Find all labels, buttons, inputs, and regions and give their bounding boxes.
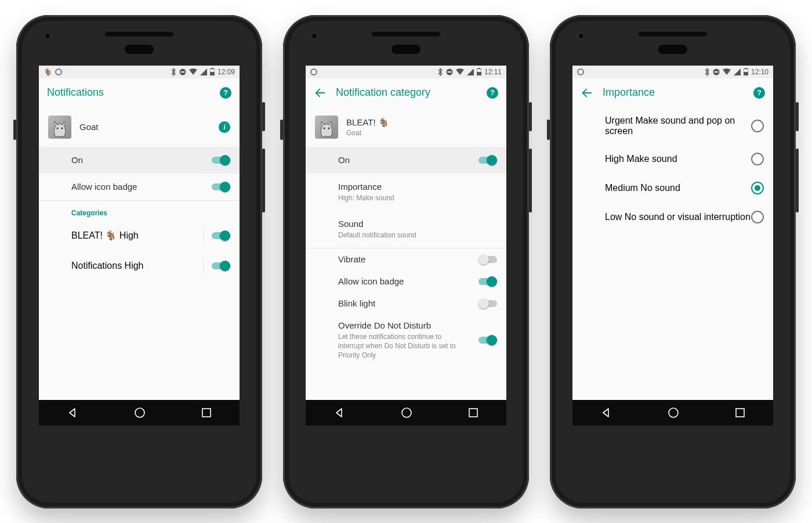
svg-point-23 bbox=[669, 408, 678, 417]
status-circle-icon bbox=[577, 68, 584, 75]
nav-bar bbox=[306, 400, 506, 425]
radio-option-low[interactable]: Low No sound or visual interruption bbox=[572, 203, 773, 232]
channel-sub: Goat bbox=[346, 129, 497, 137]
battery-icon bbox=[210, 68, 215, 75]
phone-frame: 12:10 Importance ? Urgent Make sound and… bbox=[550, 15, 796, 508]
status-time: 12:11 bbox=[484, 68, 502, 76]
svg-point-16 bbox=[402, 408, 411, 417]
radio-option-urgent[interactable]: Urgent Make sound and pop on screen bbox=[572, 107, 773, 145]
option-name: Urgent bbox=[605, 116, 633, 125]
bluetooth-icon bbox=[437, 68, 443, 76]
svg-rect-8 bbox=[202, 409, 211, 417]
svg-point-15 bbox=[328, 127, 330, 129]
svg-point-5 bbox=[57, 127, 59, 129]
app-status-icon: 🐐 bbox=[44, 68, 52, 76]
nav-home-icon[interactable] bbox=[668, 407, 679, 419]
category-sub: High bbox=[125, 261, 144, 270]
nav-recent-icon[interactable] bbox=[202, 408, 211, 417]
page-title: Importance bbox=[603, 86, 744, 99]
screen: 🐐 12:09 Notifications ? bbox=[39, 66, 240, 425]
nav-recent-icon[interactable] bbox=[735, 408, 745, 417]
bluetooth-icon bbox=[171, 68, 176, 76]
nav-recent-icon[interactable] bbox=[469, 408, 478, 417]
badge-label: Allow icon badge bbox=[338, 276, 473, 286]
sound-row[interactable]: Sound Default notification sound bbox=[306, 211, 506, 248]
on-switch[interactable] bbox=[478, 155, 497, 165]
svg-rect-3 bbox=[211, 68, 213, 69]
app-name: Goat bbox=[79, 122, 211, 132]
radio-option-medium[interactable]: Medium No sound bbox=[572, 174, 773, 203]
vibrate-label: Vibrate bbox=[338, 254, 473, 264]
radio-icon bbox=[751, 120, 764, 132]
status-bar: 12:10 bbox=[572, 66, 773, 78]
help-icon[interactable]: ? bbox=[753, 87, 765, 99]
channel-header-row: BLEAT! 🐐 Goat bbox=[306, 107, 506, 147]
dnd-icon bbox=[446, 68, 453, 75]
nav-home-icon[interactable] bbox=[401, 407, 412, 419]
dnd-label: Override Do Not Disturb bbox=[338, 320, 473, 330]
svg-rect-13 bbox=[477, 72, 481, 75]
nav-back-icon[interactable] bbox=[601, 407, 611, 418]
help-icon[interactable]: ? bbox=[220, 87, 231, 99]
channel-name: BLEAT! 🐐 bbox=[346, 117, 497, 128]
app-bar: Notification category ? bbox=[306, 78, 506, 107]
on-toggle-row[interactable]: On bbox=[306, 147, 506, 174]
nav-back-icon[interactable] bbox=[334, 407, 345, 418]
svg-point-14 bbox=[324, 127, 325, 129]
svg-rect-22 bbox=[744, 72, 748, 75]
wifi-icon bbox=[723, 68, 731, 75]
status-circle-icon bbox=[310, 68, 317, 75]
info-icon[interactable]: i bbox=[219, 121, 230, 133]
option-name: High bbox=[605, 154, 624, 164]
badge-label: Allow icon badge bbox=[71, 182, 206, 192]
svg-rect-21 bbox=[745, 68, 746, 69]
radio-option-high[interactable]: High Make sound bbox=[572, 145, 773, 174]
vibrate-row[interactable]: Vibrate bbox=[306, 248, 506, 270]
back-icon[interactable] bbox=[314, 86, 327, 99]
app-header-row[interactable]: Goat i bbox=[39, 107, 240, 147]
category-row[interactable]: BLEAT! 🐐 High bbox=[39, 221, 240, 251]
wifi-icon bbox=[189, 68, 197, 75]
nav-bar bbox=[572, 400, 773, 425]
categories-header: Categories bbox=[39, 201, 240, 221]
category-name: BLEAT! 🐐 bbox=[71, 230, 117, 240]
dnd-row[interactable]: Override Do Not Disturb Let these notifi… bbox=[306, 315, 506, 366]
svg-point-6 bbox=[61, 127, 63, 129]
status-time: 12:09 bbox=[217, 68, 235, 76]
importance-row[interactable]: Importance High: Make sound bbox=[306, 174, 506, 211]
dnd-icon bbox=[179, 68, 186, 75]
badge-switch[interactable] bbox=[212, 182, 230, 192]
nav-home-icon[interactable] bbox=[134, 407, 146, 419]
dnd-icon bbox=[713, 68, 720, 75]
blink-switch[interactable] bbox=[478, 298, 497, 309]
category-row[interactable]: Notifications High bbox=[39, 251, 240, 281]
back-icon[interactable] bbox=[581, 86, 593, 99]
page-title: Notification category bbox=[336, 86, 477, 99]
importance-label: Importance bbox=[338, 182, 497, 192]
sound-sub: Default notification sound bbox=[338, 230, 497, 240]
on-toggle-row[interactable]: On bbox=[39, 147, 240, 174]
on-switch[interactable] bbox=[212, 155, 230, 165]
dnd-switch[interactable] bbox=[478, 335, 497, 345]
allow-badge-row[interactable]: Allow icon badge bbox=[306, 270, 506, 293]
cell-icon bbox=[734, 68, 741, 75]
blink-row[interactable]: Blink light bbox=[306, 293, 506, 315]
svg-rect-19 bbox=[714, 71, 718, 73]
category-switch[interactable] bbox=[212, 261, 230, 271]
status-circle-icon bbox=[55, 68, 62, 75]
screen: 12:10 Importance ? Urgent Make sound and… bbox=[572, 66, 773, 425]
badge-switch[interactable] bbox=[478, 276, 497, 287]
vibrate-switch[interactable] bbox=[478, 254, 497, 265]
app-bar: Notifications ? bbox=[39, 78, 240, 107]
radio-icon bbox=[751, 211, 764, 223]
battery-icon bbox=[477, 68, 481, 75]
option-sub: No sound bbox=[640, 183, 680, 193]
nav-back-icon[interactable] bbox=[67, 407, 78, 418]
help-icon[interactable]: ? bbox=[487, 87, 498, 99]
category-switch[interactable] bbox=[212, 230, 230, 241]
blink-label: Blink light bbox=[338, 298, 473, 308]
svg-rect-1 bbox=[180, 71, 184, 73]
allow-badge-row[interactable]: Allow icon badge bbox=[39, 174, 240, 200]
svg-rect-12 bbox=[478, 68, 480, 69]
wifi-icon bbox=[456, 68, 464, 75]
